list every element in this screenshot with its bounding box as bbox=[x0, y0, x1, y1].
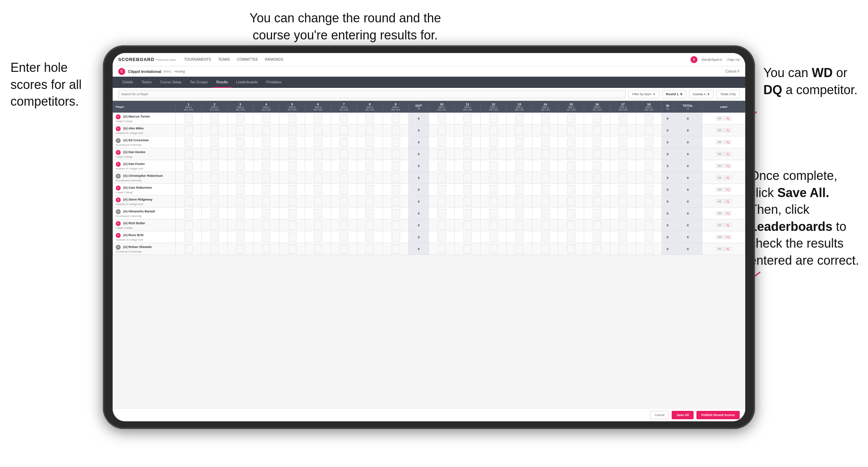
hole-18-input[interactable] bbox=[645, 185, 653, 194]
hole-16-input[interactable] bbox=[593, 197, 601, 206]
hole-15-input[interactable] bbox=[567, 185, 575, 194]
cancel-button-footer[interactable]: Cancel bbox=[650, 411, 669, 419]
hole-1-input[interactable] bbox=[184, 173, 193, 182]
hole-15-input[interactable] bbox=[567, 161, 575, 171]
hole-9-input[interactable] bbox=[392, 197, 400, 206]
nav-link-teams[interactable]: TEAMS bbox=[218, 57, 230, 62]
hole-10-input[interactable] bbox=[438, 185, 446, 194]
hole-16-input[interactable] bbox=[593, 150, 601, 159]
nav-link-committee[interactable]: COMMITTEE bbox=[237, 57, 258, 62]
hole-8-input[interactable] bbox=[365, 150, 374, 159]
hole-10-input[interactable] bbox=[438, 233, 446, 242]
hole-6-input[interactable] bbox=[314, 114, 322, 123]
hole-13-input[interactable] bbox=[515, 126, 523, 135]
hole-13-input[interactable] bbox=[515, 161, 523, 171]
hole-2-input[interactable] bbox=[210, 221, 219, 230]
hole-11-input[interactable] bbox=[463, 233, 472, 242]
hole-4-input[interactable] bbox=[262, 244, 270, 254]
hole-8-input[interactable] bbox=[365, 173, 374, 182]
hole-1-input[interactable] bbox=[184, 138, 193, 147]
hole-12-input[interactable] bbox=[489, 114, 498, 123]
hole-8-input[interactable] bbox=[365, 197, 374, 206]
hole-8-input[interactable] bbox=[365, 138, 374, 147]
tab-course-setup[interactable]: Course Setup bbox=[156, 77, 186, 88]
hole-13-input[interactable] bbox=[515, 244, 523, 254]
hole-10-input[interactable] bbox=[438, 173, 446, 182]
dq-button[interactable]: DQ bbox=[724, 223, 732, 227]
hole-18-input[interactable] bbox=[645, 221, 653, 230]
hole-8-input[interactable] bbox=[365, 221, 374, 230]
hole-17-input[interactable] bbox=[619, 244, 627, 254]
hole-11-input[interactable] bbox=[463, 185, 472, 194]
sign-out-link[interactable]: | Sign out bbox=[726, 58, 740, 61]
search-input[interactable] bbox=[118, 90, 626, 98]
hole-3-input[interactable] bbox=[236, 197, 244, 206]
hole-9-input[interactable] bbox=[392, 114, 400, 123]
hole-8-input[interactable] bbox=[365, 209, 374, 218]
hole-4-input[interactable] bbox=[262, 161, 270, 171]
hole-5-input[interactable] bbox=[288, 173, 296, 182]
hole-16-input[interactable] bbox=[593, 114, 601, 123]
wd-button[interactable]: WD bbox=[716, 223, 724, 227]
dq-button[interactable]: DQ bbox=[724, 140, 732, 144]
hole-6-input[interactable] bbox=[314, 197, 322, 206]
hole-16-input[interactable] bbox=[593, 233, 601, 242]
hole-6-input[interactable] bbox=[314, 244, 322, 254]
dq-button[interactable]: DQ bbox=[724, 211, 732, 215]
hole-11-input[interactable] bbox=[463, 173, 472, 182]
totals-only-toggle[interactable]: Totals Only bbox=[716, 90, 740, 98]
wd-button[interactable]: WD bbox=[716, 128, 724, 132]
hole-13-input[interactable] bbox=[515, 114, 523, 123]
hole-15-input[interactable] bbox=[567, 114, 575, 123]
hole-4-input[interactable] bbox=[262, 209, 270, 218]
hole-1-input[interactable] bbox=[184, 209, 193, 218]
hole-3-input[interactable] bbox=[236, 173, 244, 182]
hole-16-input[interactable] bbox=[593, 209, 601, 218]
hole-5-input[interactable] bbox=[288, 233, 296, 242]
hole-9-input[interactable] bbox=[392, 185, 400, 194]
hole-18-input[interactable] bbox=[645, 244, 653, 254]
nav-link-tournaments[interactable]: TOURNAMENTS bbox=[184, 57, 211, 62]
hole-17-input[interactable] bbox=[619, 126, 627, 135]
dq-button[interactable]: DQ bbox=[724, 176, 732, 180]
hole-12-input[interactable] bbox=[489, 126, 498, 135]
hole-5-input[interactable] bbox=[288, 114, 296, 123]
hole-11-input[interactable] bbox=[463, 209, 472, 218]
dq-button[interactable]: DQ bbox=[724, 235, 732, 239]
wd-button[interactable]: WD bbox=[716, 164, 724, 168]
hole-14-input[interactable] bbox=[541, 138, 550, 147]
hole-7-input[interactable] bbox=[340, 150, 348, 159]
hole-1-input[interactable] bbox=[184, 150, 193, 159]
wd-button[interactable]: WD bbox=[716, 211, 724, 215]
dq-button[interactable]: DQ bbox=[724, 116, 732, 120]
hole-8-input[interactable] bbox=[365, 161, 374, 171]
hole-2-input[interactable] bbox=[210, 173, 219, 182]
hole-7-input[interactable] bbox=[340, 161, 348, 171]
hole-16-input[interactable] bbox=[593, 221, 601, 230]
hole-18-input[interactable] bbox=[645, 138, 653, 147]
hole-14-input[interactable] bbox=[541, 114, 550, 123]
hole-10-input[interactable] bbox=[438, 209, 446, 218]
hole-4-input[interactable] bbox=[262, 197, 270, 206]
wd-button[interactable]: WD bbox=[716, 176, 724, 180]
tab-printables[interactable]: Printables bbox=[262, 77, 286, 88]
hole-2-input[interactable] bbox=[210, 126, 219, 135]
hole-1-input[interactable] bbox=[184, 233, 193, 242]
hole-5-input[interactable] bbox=[288, 150, 296, 159]
hole-1-input[interactable] bbox=[184, 185, 193, 194]
hole-7-input[interactable] bbox=[340, 173, 348, 182]
hole-15-input[interactable] bbox=[567, 173, 575, 182]
hole-14-input[interactable] bbox=[541, 150, 550, 159]
wd-button[interactable]: WD bbox=[716, 235, 724, 239]
hole-7-input[interactable] bbox=[340, 233, 348, 242]
hole-3-input[interactable] bbox=[236, 244, 244, 254]
wd-button[interactable]: WD bbox=[716, 152, 724, 156]
hole-18-input[interactable] bbox=[645, 197, 653, 206]
hole-17-input[interactable] bbox=[619, 185, 627, 194]
hole-2-input[interactable] bbox=[210, 185, 219, 194]
hole-11-input[interactable] bbox=[463, 161, 472, 171]
hole-6-input[interactable] bbox=[314, 185, 322, 194]
filter-by-team-button[interactable]: Filter by team ▼ bbox=[628, 90, 659, 98]
tab-teams[interactable]: Teams bbox=[137, 77, 156, 88]
hole-2-input[interactable] bbox=[210, 233, 219, 242]
